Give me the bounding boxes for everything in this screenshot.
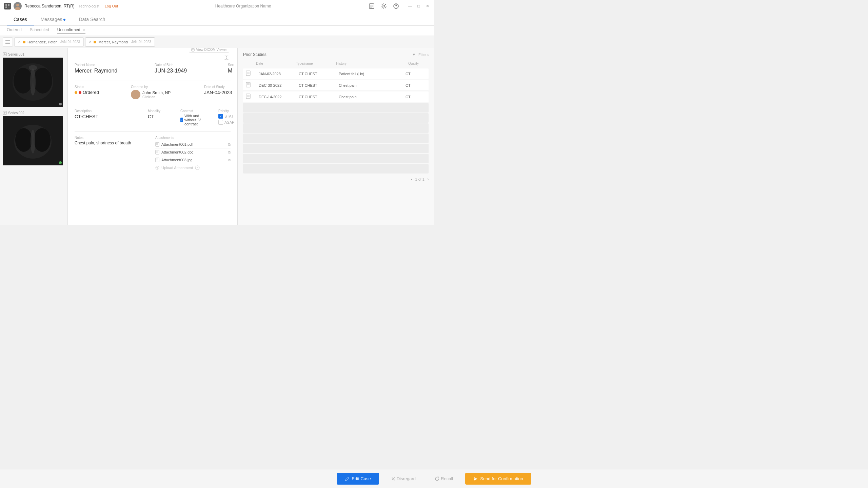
svg-rect-1 bbox=[8, 4, 9, 6]
prior-studies-table-body: JAN-02-2023 CT CHEST Patient fall (Hx) C… bbox=[243, 68, 429, 174]
study-row-empty-3 bbox=[243, 123, 429, 133]
details-row: Description CT-CHEST Modality CT Contras… bbox=[75, 109, 231, 126]
study-row-2[interactable]: DEC-30-2022 CT CHEST Chest pain CT bbox=[243, 80, 429, 91]
svg-point-4 bbox=[16, 4, 19, 6]
help-icon[interactable] bbox=[393, 3, 399, 9]
contrast-checkbox[interactable]: ✓ With and without IV contrast bbox=[180, 114, 208, 126]
tab-mercer-name: Mercer, Raymond bbox=[98, 40, 128, 44]
study-row-3[interactable]: DEC-14-2022 CT CHEST Chest pain CT bbox=[243, 92, 429, 102]
tab-hernandez-close[interactable]: ✕ bbox=[18, 40, 21, 44]
status-field: Status Ordered bbox=[75, 85, 125, 99]
svg-point-23 bbox=[30, 68, 36, 96]
description-field: Description CT-CHEST bbox=[75, 109, 142, 126]
doc-icon bbox=[155, 150, 159, 155]
status-row: Status Ordered Ordered by John Smith, NP… bbox=[75, 85, 231, 99]
svg-rect-0 bbox=[5, 4, 7, 6]
svg-rect-3 bbox=[8, 6, 9, 8]
asap-checkbox bbox=[218, 120, 223, 125]
study-row-empty-5 bbox=[243, 144, 429, 153]
attachment-2-open-icon[interactable]: ⧉ bbox=[228, 150, 231, 155]
dob-field: Date of Birth JUN-23-1949 bbox=[155, 63, 222, 74]
attachment-1: Attachment001.pdf ⧉ bbox=[155, 141, 231, 148]
priority-asap[interactable]: ASAP bbox=[218, 120, 237, 125]
priority-field: Priority ✓ STAT ASAP bbox=[218, 109, 237, 126]
filter-scheduled[interactable]: Scheduled bbox=[30, 27, 49, 34]
patient-tab-hernandez[interactable]: ✕ Hernandez, Peter JAN-04-2023 bbox=[14, 37, 84, 47]
dicom-viewer-button[interactable]: View DICOM Viewer bbox=[189, 48, 229, 53]
patient-tab-mercer[interactable]: ✕ Mercer, Raymond JAN-04-2023 bbox=[85, 37, 155, 47]
notes-field: Notes Chest pain, shortness of breath bbox=[75, 136, 150, 171]
attachment-3-open-icon[interactable]: ⧉ bbox=[228, 158, 231, 162]
ordered-by-field: Ordered by John Smith, NP Clinician bbox=[131, 85, 199, 99]
minimize-button[interactable]: — bbox=[408, 4, 412, 8]
series-002-item: Series 002 bbox=[3, 111, 65, 165]
filter-unconfirmed[interactable]: Unconfirmed ✕ bbox=[57, 27, 85, 34]
svg-rect-2 bbox=[5, 6, 7, 8]
series-002-expand-icon[interactable] bbox=[3, 111, 7, 115]
svg-point-31 bbox=[34, 128, 51, 152]
attachment-2: Attachment002.doc ⧉ bbox=[155, 148, 231, 156]
clinician-info: John Smith, NP Clinician bbox=[131, 90, 199, 99]
study-2-doc-icon bbox=[246, 82, 256, 88]
prior-studies-table-header: Date Type/name History Quality bbox=[243, 60, 429, 67]
logout-button[interactable]: Log Out bbox=[105, 4, 118, 8]
tab-mercer-close[interactable]: ✕ bbox=[89, 40, 92, 44]
series-expand-icon[interactable] bbox=[3, 52, 7, 56]
study-3-doc-icon bbox=[246, 94, 256, 100]
notes-attachments-row: Notes Chest pain, shortness of breath At… bbox=[75, 136, 231, 171]
series-002-indicator bbox=[59, 161, 62, 164]
study-row-1[interactable]: JAN-02-2023 CT CHEST Patient fall (Hx) C… bbox=[243, 68, 429, 79]
stat-checkbox: ✓ bbox=[218, 114, 223, 119]
upload-attachment-row[interactable]: Upload Attachment bbox=[155, 164, 231, 171]
series-002-thumbnail[interactable] bbox=[3, 116, 63, 165]
study-1-doc-icon bbox=[246, 70, 256, 77]
filter-unconfirmed-close[interactable]: ✕ bbox=[83, 28, 85, 32]
patient-info-grid: Patient Name Mercer, Raymond Date of Bir… bbox=[75, 63, 231, 74]
divider-1 bbox=[75, 81, 231, 81]
upload-action-icon bbox=[195, 165, 200, 170]
contrast-field: Contrast ✓ With and without IV contrast bbox=[180, 109, 208, 126]
priority-items: ✓ STAT ASAP bbox=[218, 114, 237, 125]
page-next-button[interactable]: › bbox=[427, 177, 429, 182]
tab-messages[interactable]: Messages bbox=[34, 14, 72, 25]
svg-point-10 bbox=[383, 5, 385, 7]
org-name: Healthcare Organization Name bbox=[215, 4, 271, 8]
attachment-1-open-icon[interactable]: ⧉ bbox=[228, 142, 231, 147]
pagination: ‹ 1 of 1 › bbox=[243, 177, 429, 182]
study-row-empty-4 bbox=[243, 134, 429, 143]
tab-data-search[interactable]: Data Search bbox=[72, 14, 112, 25]
sex-field: Sex M bbox=[228, 63, 237, 74]
svg-point-30 bbox=[15, 128, 32, 152]
jpg-icon bbox=[155, 158, 159, 162]
tab-hernandez-name: Hernandez, Peter bbox=[27, 40, 57, 44]
date-of-study-field: Date of Study JAN-04-2023 bbox=[204, 85, 237, 99]
expand-icon[interactable] bbox=[222, 54, 231, 62]
window-controls: — □ ✕ bbox=[408, 4, 430, 8]
settings-icon[interactable] bbox=[380, 3, 387, 9]
filter-ordered[interactable]: Ordered bbox=[7, 27, 22, 34]
patient-tabs-row: ✕ Hernandez, Peter JAN-04-2023 ✕ Mercer,… bbox=[0, 36, 434, 48]
svg-point-12 bbox=[396, 7, 396, 8]
svg-point-36 bbox=[134, 92, 137, 95]
series-002-label: Series 002 bbox=[3, 111, 65, 115]
close-button[interactable]: ✕ bbox=[425, 4, 430, 8]
pdf-icon bbox=[155, 142, 159, 147]
svg-point-32 bbox=[31, 130, 35, 154]
tab-hernandez-priority-dot bbox=[23, 41, 25, 43]
app-logo bbox=[4, 3, 11, 9]
tab-list-button[interactable] bbox=[3, 37, 13, 47]
page-prev-button[interactable]: ‹ bbox=[411, 177, 412, 182]
svg-point-37 bbox=[133, 96, 139, 99]
divider-2 bbox=[75, 105, 231, 105]
notes-icon[interactable] bbox=[368, 3, 375, 9]
svg-point-21 bbox=[14, 68, 33, 94]
priority-stat[interactable]: ✓ STAT bbox=[218, 114, 237, 119]
tab-cases[interactable]: Cases bbox=[7, 14, 34, 25]
tab-mercer-priority-dot bbox=[94, 41, 96, 43]
attachments-field: Attachments Attachment001.pdf ⧉ Attachme… bbox=[155, 136, 231, 171]
series-001-thumbnail[interactable] bbox=[3, 58, 63, 107]
nav-tabs: Cases Messages Data Search bbox=[0, 12, 434, 26]
maximize-button[interactable]: □ bbox=[416, 4, 421, 8]
center-panel: View DICOM Viewer Patient Name Mercer, R… bbox=[68, 48, 237, 225]
study-row-empty-1 bbox=[243, 103, 429, 113]
